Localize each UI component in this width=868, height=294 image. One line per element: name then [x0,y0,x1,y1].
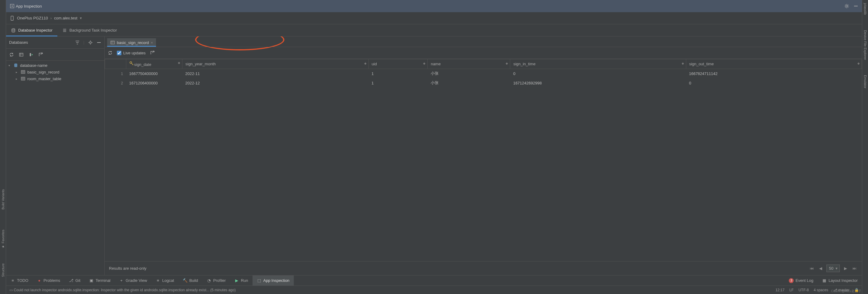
tab-label: Database Inspector [18,28,53,32]
chevron-right-icon: ▸ [16,77,19,81]
footer-msg: Results are read-only [109,266,147,271]
device-crumb[interactable]: OnePlus PGZ110 › com.alex.test ▾ [6,12,862,24]
svg-rect-10 [21,77,25,80]
col-rownum[interactable] [105,59,126,69]
bottom-toolbar: ≡TODO ●Problems ⎇Git ▣Terminal +Gradle V… [6,275,862,286]
chevron-right-icon: ▸ [16,70,19,74]
table-name: basic_sign_record [27,70,60,75]
cell[interactable]: 1671206400000 [126,78,182,88]
bottom-gradle-view[interactable]: +Gradle View [115,275,151,286]
svg-point-5 [90,41,91,43]
cell[interactable]: 1671242692998 [510,78,686,88]
bottom-run[interactable]: ▶Run [230,275,252,286]
cell[interactable]: 0 [686,78,862,88]
table-row[interactable]: 1 1667750400000 2022-11 1 小张 0 166782471… [105,69,862,78]
close-icon[interactable]: × [151,40,153,45]
rail-device-file-explorer[interactable]: Device File Explorer [863,30,867,60]
logcat-icon: ≡ [156,278,160,283]
page-next-icon[interactable]: ▶ [843,266,848,271]
page-prev-icon[interactable]: ◀ [818,266,824,271]
bottom-profiler[interactable]: ◔Profiler [203,275,230,286]
keep-open-icon[interactable] [29,52,33,57]
cell[interactable]: 2022-12 [182,78,369,88]
chevron-down-icon: ▾ [8,64,11,67]
refresh-icon[interactable] [108,51,113,55]
gear-icon[interactable] [844,4,849,8]
page-last-icon[interactable]: ⏭ [851,266,858,271]
table-row[interactable]: 2 1671206400000 2022-12 1 小张 16712426929… [105,78,862,88]
bottom-problems[interactable]: ●Problems [32,275,64,286]
tree-database[interactable]: ▾ database-name [6,62,104,69]
filter-icon[interactable] [75,40,80,45]
layout-icon: ▦ [822,278,827,283]
cell[interactable]: 1 [368,69,428,78]
col-sign-year-month[interactable]: sign_year_month◆ [182,59,369,69]
plus-icon: + [119,278,124,283]
device-name: OnePlus PGZ110 [17,16,48,20]
export-icon[interactable] [38,52,43,57]
warning-icon: ● [37,278,41,283]
gear-icon[interactable] [88,40,93,45]
cell[interactable]: 0 [510,69,686,78]
editor-panel: basic_sign_record × Live updates [105,36,862,275]
refresh-icon[interactable] [9,52,14,57]
status-message: Could not launch inspector androidx.sqli… [14,288,236,292]
status-lock-icon[interactable]: 🔒 [854,288,859,292]
bottom-logcat[interactable]: ≡Logcat [151,275,179,286]
status-line-ending[interactable]: LF [789,288,794,292]
tab-database-inspector[interactable]: Database Inspector [6,24,57,36]
col-sign-date[interactable]: sign_date◆ [126,59,182,69]
tab-label: Background Task Inspector [69,28,117,32]
tab-background-task-inspector[interactable]: Background Task Inspector [57,24,122,36]
tree-table[interactable]: ▸ room_master_table [6,75,104,82]
database-tree: ▾ database-name ▸ basic_sign_record ▸ ro… [6,61,104,275]
titlebar: App Inspection [6,0,862,12]
table-name: room_master_table [27,77,61,81]
tree-table[interactable]: ▸ basic_sign_record [6,69,104,75]
status-indent[interactable]: 4 spaces [814,288,828,292]
col-sign-in-time[interactable]: sign_in_time◆ [510,59,686,69]
live-updates-checkbox[interactable]: Live updates [117,51,146,55]
status-branch[interactable]: ⎇ master [833,288,849,292]
databases-label: Databases [9,40,28,45]
cell[interactable]: 1 [368,78,428,88]
cell[interactable]: 小张 [428,69,510,78]
app-name: com.alex.test [54,16,78,20]
col-name[interactable]: name◆ [428,59,510,69]
rail-jclasslib[interactable]: jclasslib [863,3,867,15]
bottom-git[interactable]: ⎇Git [64,275,85,286]
bottom-terminal[interactable]: ▣Terminal [85,275,115,286]
cell[interactable]: 1667824711142 [686,69,862,78]
cell[interactable]: 小张 [428,78,510,88]
terminal-icon: ▣ [89,278,94,283]
col-sign-out-time[interactable]: sign_out_time◆ [686,59,862,69]
minimize-icon[interactable] [96,40,101,45]
bottom-todo[interactable]: ≡TODO [6,275,32,286]
status-time: 12:17 [775,288,784,292]
bottom-event-log[interactable]: 3Event Log [784,275,817,286]
bottom-layout-inspector[interactable]: ▦Layout Inspector [817,275,862,286]
svg-rect-6 [20,53,23,56]
live-updates-label: Live updates [123,51,146,55]
editor-tab[interactable]: basic_sign_record × [107,38,156,47]
svg-rect-3 [11,16,13,20]
cell-rownum: 1 [105,69,126,78]
rail-emulator[interactable]: Emulator [863,75,867,88]
col-uid[interactable]: uid◆ [368,59,428,69]
rail-build-variants[interactable]: Build Variants [1,189,5,214]
cell[interactable]: 1667750400000 [126,69,182,78]
export-icon[interactable] [150,51,155,55]
page-size-select[interactable]: 50 [827,265,840,272]
rail-favorites[interactable]: Favorites [1,230,5,248]
page-first-icon[interactable]: ⏮ [808,266,815,271]
bottom-app-inspection[interactable]: ⬚App Inspection [252,275,294,286]
status-encoding[interactable]: UTF-8 [799,288,809,292]
svg-point-1 [11,5,13,7]
primary-key-icon [129,61,134,66]
rail-structure[interactable]: Structure [1,263,5,282]
bottom-build[interactable]: 🔨Build [179,275,203,286]
minimize-icon[interactable] [854,4,858,8]
cell[interactable]: 2022-11 [182,69,369,78]
svg-point-2 [846,5,848,7]
new-query-icon[interactable] [19,52,24,57]
